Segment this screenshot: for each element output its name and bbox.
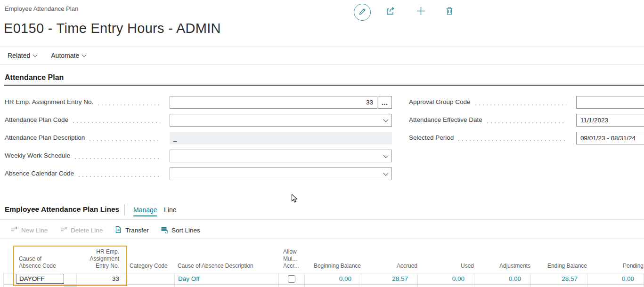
cell-category-code[interactable] [125, 273, 175, 284]
divider [0, 219, 644, 220]
dotted-leader [98, 104, 160, 105]
dotted-leader [73, 122, 160, 123]
column-header-cause-of-absence-description[interactable]: Cause of Absence Description [174, 263, 278, 270]
selected-cell-fragment [64, 285, 76, 287]
sort-lines-button[interactable]: Sort Lines [161, 226, 200, 235]
sort-lines-icon [161, 226, 168, 235]
cell-ending-balance[interactable]: 28.57 [531, 273, 587, 284]
column-header-label: Ending Balance [530, 263, 596, 270]
divider [0, 64, 644, 65]
cell-beginning-balance[interactable]: 0.00 [305, 273, 361, 284]
cause-of-absence-description-link[interactable]: Day Off [178, 275, 200, 282]
column-header-label: Used [417, 263, 483, 270]
new-line-button[interactable]: New Line [10, 226, 48, 235]
cell-allow-mul-accr [279, 273, 305, 284]
approval-group-code-input[interactable] [576, 96, 644, 109]
field-label-row: Absence Calendar Code [5, 170, 165, 178]
edit-button[interactable] [354, 4, 371, 21]
column-header-category-code[interactable]: Category Code [125, 263, 174, 270]
column-header-label: Beginning Balance [304, 263, 370, 270]
row-selector-cell[interactable] [4, 273, 16, 284]
tab-line[interactable]: Line [164, 206, 176, 214]
menu-related[interactable]: Related [8, 52, 37, 59]
field-label-row: Attendance Plan Code [5, 116, 165, 125]
cell-cause-of-absence-description[interactable]: Day Off [175, 273, 279, 284]
partial-cell [279, 285, 305, 287]
partial-cell [16, 285, 77, 287]
attendance-plan-code-select[interactable] [170, 114, 392, 127]
column-header-hr-emp-assignment-entry-no[interactable]: HR Emp. Assignment Entry No. [76, 248, 125, 270]
partial-cell [4, 285, 16, 287]
attendance-plan-description-value: _ [173, 135, 177, 142]
transfer-button[interactable]: Transfer [114, 226, 149, 235]
menubar: Related Automate [8, 49, 86, 62]
cell-used[interactable]: 0.00 [418, 273, 474, 284]
share-button[interactable] [385, 6, 397, 17]
cell-adjustments[interactable]: 0.00 [474, 273, 531, 284]
cause-of-absence-code-cell-input[interactable]: DAYOFF [16, 274, 64, 284]
hr-emp-assignment-entry-no-input[interactable]: 33 [170, 96, 377, 109]
selected-period-value: 09/01/23 - 08/31/24 [580, 135, 636, 142]
trash-icon [445, 6, 454, 18]
chevron-down-icon [383, 170, 388, 175]
chevron-down-icon [383, 117, 388, 122]
tab-manage[interactable]: Manage [133, 206, 157, 214]
column-header-label: Cause of Absence Description [178, 263, 253, 269]
hr-emp-assignment-entry-no-value: 33 [366, 99, 373, 106]
partial-cell [305, 285, 361, 287]
absence-calendar-code-select[interactable] [170, 167, 392, 180]
dotted-leader [79, 176, 160, 177]
attendance-effective-date-input[interactable]: 11/1/2023 [576, 114, 644, 127]
hr-emp-assignment-entry-no-label: HR Emp. Assignment Entry No. [5, 98, 93, 107]
cell-hr-emp-assignment-entry-no[interactable]: 33 [77, 273, 125, 284]
approval-group-code-label: Approval Group Code [409, 98, 471, 107]
section-underline [4, 85, 644, 86]
new-button[interactable] [416, 7, 426, 17]
field-label-row: Attendance Effective Date [409, 116, 571, 125]
selected-period-input[interactable]: 09/01/23 - 08/31/24 [576, 132, 644, 144]
cell-cause-of-absence-code[interactable]: DAYOFF [16, 273, 77, 284]
partial-cell [175, 285, 279, 287]
field-label-row: HR Emp. Assignment Entry No. [5, 98, 165, 107]
column-header-cause-of-absence-code[interactable]: Cause of Absence Code [16, 255, 76, 270]
delete-button[interactable] [444, 7, 454, 17]
tab-manage-underline [133, 215, 157, 216]
partial-cell [474, 285, 531, 287]
dotted-leader [75, 158, 160, 159]
weekly-work-schedule-label: Weekly Work Schedule [5, 152, 70, 160]
lookup-ellipsis-button[interactable]: … [378, 96, 392, 109]
transfer-document-icon [114, 226, 122, 235]
column-header-label: Category Code [130, 263, 168, 269]
column-header-used[interactable]: Used [417, 263, 474, 270]
cell-pending[interactable]: 0.00 [587, 273, 644, 284]
dotted-leader [487, 122, 566, 123]
allow-mul-accr-checkbox[interactable] [288, 275, 295, 283]
column-header-label: Allow Mul... Accr... [283, 248, 302, 270]
column-header-label: HR Emp. Assignment Entry No. [82, 248, 119, 270]
column-header-adjustments[interactable]: Adjustments [474, 263, 530, 270]
column-header-beginning-balance[interactable]: Beginning Balance [304, 263, 361, 270]
weekly-work-schedule-select[interactable] [170, 150, 392, 162]
transfer-label: Transfer [125, 227, 149, 234]
delete-line-icon [60, 226, 67, 235]
new-line-label: New Line [21, 227, 48, 234]
column-header-allow-mul-accr[interactable]: Allow Mul... Accr... [278, 248, 304, 270]
column-header-ending-balance[interactable]: Ending Balance [530, 263, 587, 270]
column-header-pending[interactable]: Pending [587, 263, 644, 270]
cell-accrued[interactable]: 28.57 [361, 273, 418, 284]
partial-cell [125, 285, 175, 287]
attendance-plan-section-title[interactable]: Attendance Plan [5, 73, 64, 82]
field-label-row: Weekly Work Schedule [5, 152, 165, 160]
field-label-row: Selected Period [409, 134, 571, 143]
chevron-down-icon [82, 52, 87, 57]
menu-related-label: Related [8, 52, 30, 59]
mouse-cursor [291, 194, 298, 205]
delete-line-button[interactable]: Delete Line [60, 226, 103, 235]
field-label-row: Attendance Plan Description [5, 134, 165, 143]
column-header-accrued[interactable]: Accrued [361, 263, 417, 270]
breadcrumb[interactable]: Employee Attendance Plan [5, 5, 78, 12]
menu-automate[interactable]: Automate [51, 52, 86, 59]
partial-cell [418, 285, 474, 287]
selected-period-label: Selected Period [409, 134, 454, 143]
dotted-leader [90, 140, 160, 141]
